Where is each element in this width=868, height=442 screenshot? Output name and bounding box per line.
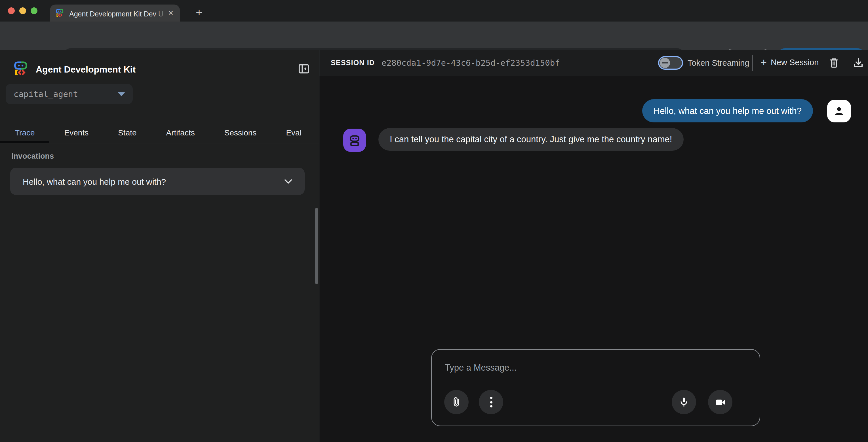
delete-session-icon[interactable]	[828, 57, 840, 69]
tab-state-label: State	[118, 128, 136, 137]
toggle-knob	[660, 58, 670, 68]
tab-events[interactable]: Events	[50, 123, 103, 143]
session-id-label: SESSION ID	[331, 59, 375, 67]
agent-select-value: capital_agent	[13, 90, 118, 99]
tab-title: Agent Development Kit Dev U	[69, 8, 167, 18]
invocation-item[interactable]: Hello, what can you help me out with?	[10, 168, 305, 195]
adk-favicon-icon	[56, 8, 65, 18]
new-session-button[interactable]: + New Session	[761, 57, 819, 67]
videocam-icon	[714, 396, 726, 408]
chat-panel: SESSION ID e280cda1-9d7e-43c6-b25d-ef235…	[319, 50, 868, 442]
tab-artifacts-label: Artifacts	[166, 128, 195, 137]
app-title: Agent Development Kit	[36, 65, 135, 75]
sidebar-scrollbar[interactable]	[315, 208, 318, 284]
traffic-zoom-button[interactable]	[31, 7, 37, 14]
chevron-down-icon	[118, 92, 125, 96]
browser-tab[interactable]: Agent Development Kit Dev U ✕	[50, 4, 180, 22]
message-composer	[431, 349, 760, 426]
agent-select[interactable]: capital_agent	[6, 84, 133, 104]
agent-message-text: I can tell you the capital city of a cou…	[390, 134, 672, 144]
traffic-minimize-button[interactable]	[19, 7, 26, 14]
new-tab-button[interactable]: +	[191, 4, 207, 21]
person-icon	[832, 104, 846, 118]
agent-message-bubble: I can tell you the capital city of a cou…	[378, 128, 683, 151]
sidebar: Agent Development Kit capital_agent Trac…	[0, 50, 319, 442]
browser-window: Agent Development Kit Dev U ✕ + Not Secu	[0, 0, 868, 442]
message-input[interactable]: Type a Message...	[445, 363, 517, 373]
invocation-item-text: Hello, what can you help me out with?	[23, 176, 284, 186]
tab-sessions-label: Sessions	[224, 128, 257, 137]
tab-state[interactable]: State	[103, 123, 151, 143]
tabs-divider	[0, 143, 319, 143]
tab-trace-label: Trace	[15, 128, 35, 137]
invocations-heading: Invocations	[11, 152, 54, 160]
user-avatar	[827, 100, 851, 123]
header-separator	[752, 55, 753, 71]
traffic-close-button[interactable]	[8, 7, 15, 14]
sidebar-tabs: Trace Events State Artifacts Sessions Ev…	[0, 123, 319, 143]
plus-icon: +	[761, 57, 767, 67]
adk-logo-icon	[13, 61, 30, 77]
active-tab-indicator	[0, 141, 49, 143]
token-streaming-label: Token Streaming	[688, 58, 749, 67]
microphone-button[interactable]	[672, 390, 696, 414]
more-vert-icon	[490, 397, 492, 407]
tab-artifacts[interactable]: Artifacts	[152, 123, 210, 143]
tab-eval-label: Eval	[286, 128, 301, 137]
session-id-value: e280cda1-9d7e-43c6-b25d-ef2353d150bf	[381, 58, 560, 67]
video-button[interactable]	[708, 390, 733, 414]
collapse-sidebar-icon[interactable]	[299, 64, 309, 74]
tab-sessions[interactable]: Sessions	[210, 123, 272, 143]
chevron-down-icon[interactable]	[284, 179, 292, 184]
tab-close-icon[interactable]: ✕	[168, 9, 174, 17]
robot-icon	[347, 133, 362, 148]
tab-events-label: Events	[64, 128, 89, 137]
new-session-label: New Session	[771, 58, 819, 67]
token-streaming-toggle[interactable]	[658, 56, 683, 70]
paperclip-icon	[451, 396, 462, 408]
mic-icon	[678, 396, 690, 408]
browser-toolbar: Not Secure 35.226.252.203/dev-ui/?app=ca…	[0, 22, 868, 50]
tab-eval[interactable]: Eval	[271, 123, 316, 143]
browser-tab-strip: Agent Development Kit Dev U ✕ +	[0, 0, 868, 22]
user-message-text: Hello, what can you help me out with?	[654, 106, 802, 116]
adk-dev-ui-page: Agent Development Kit capital_agent Trac…	[0, 50, 868, 442]
more-options-button[interactable]	[479, 390, 503, 414]
attach-file-button[interactable]	[444, 390, 469, 414]
agent-avatar	[343, 129, 366, 152]
export-session-icon[interactable]	[853, 57, 864, 69]
user-message-bubble: Hello, what can you help me out with?	[642, 99, 813, 123]
tab-trace[interactable]: Trace	[0, 123, 50, 143]
